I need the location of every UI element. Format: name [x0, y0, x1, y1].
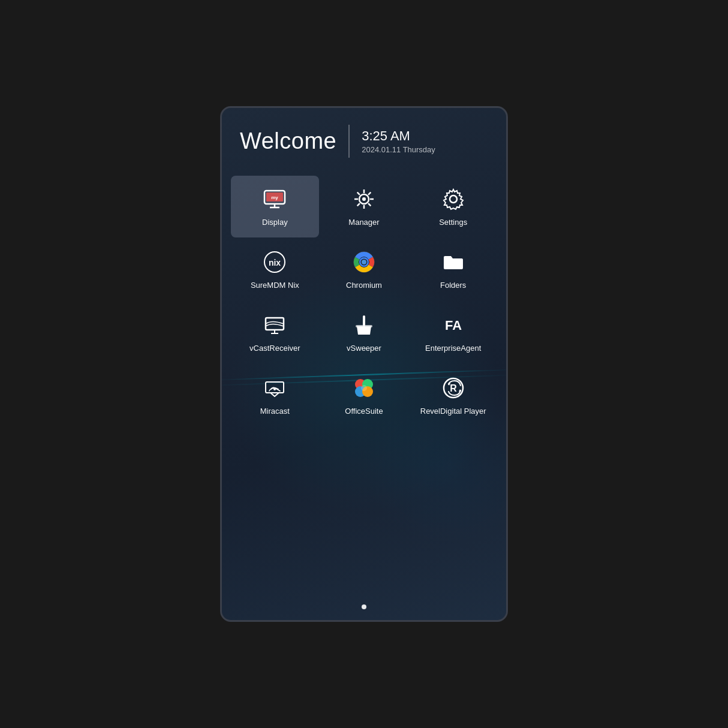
vcast-label: vCastReceiver [249, 344, 300, 354]
office-icon [350, 374, 378, 402]
svg-point-34 [361, 385, 367, 391]
app-item-manager[interactable]: Manager [320, 176, 408, 237]
suremdm-label: SureMDM Nix [251, 281, 299, 291]
header-divider [348, 125, 350, 158]
chromium-label: Chromium [346, 281, 382, 291]
app-item-display[interactable]: my Display [231, 176, 319, 237]
svg-text:my: my [272, 195, 279, 200]
display-label: Display [262, 218, 288, 228]
svg-text:FA: FA [445, 318, 462, 333]
vcast-icon [261, 311, 288, 339]
datetime: 3:25 AM 2024.01.11 Thursday [362, 128, 435, 154]
header: Welcome 3:25 AM 2024.01.11 Thursday [222, 108, 506, 170]
app-item-revel[interactable]: R RevelDigital Player [409, 365, 497, 426]
vsweeper-icon [350, 311, 378, 339]
svg-line-12 [368, 203, 371, 206]
screen: Welcome 3:25 AM 2024.01.11 Thursday my [222, 108, 506, 620]
settings-label: Settings [439, 218, 467, 228]
svg-line-14 [357, 203, 360, 206]
app-item-folders[interactable]: Folders [409, 239, 497, 300]
app-item-suremdm[interactable]: nix SureMDM Nix [231, 239, 319, 300]
app-grid: my Display [222, 170, 506, 432]
chromium-icon [350, 248, 378, 276]
svg-rect-26 [356, 325, 372, 327]
vsweeper-label: vSweeper [347, 344, 381, 354]
miracast-label: Miracast [260, 407, 290, 417]
display-icon: my [261, 185, 288, 213]
svg-text:nix: nix [269, 258, 281, 267]
time-display: 3:25 AM [362, 128, 435, 144]
device-frame: Welcome 3:25 AM 2024.01.11 Thursday my [220, 106, 508, 622]
app-item-vsweeper[interactable]: vSweeper [320, 302, 408, 363]
app-item-miracast[interactable]: Miracast [231, 365, 319, 426]
folders-label: Folders [440, 281, 466, 291]
manager-icon [350, 185, 378, 213]
svg-rect-25 [363, 315, 365, 326]
svg-point-29 [273, 388, 276, 390]
settings-icon [440, 185, 467, 213]
miracast-icon [261, 374, 288, 402]
date-display: 2024.01.11 Thursday [362, 145, 435, 154]
enterprise-label: EnterpriseAgent [425, 344, 481, 354]
folders-icon [440, 248, 467, 276]
svg-point-21 [362, 260, 366, 264]
app-item-chromium[interactable]: Chromium [320, 239, 408, 300]
manager-label: Manager [348, 218, 379, 228]
welcome-text: Welcome [240, 128, 336, 154]
app-item-vcast[interactable]: vCastReceiver [231, 302, 319, 363]
page-dot-1 [362, 604, 366, 609]
enterprise-icon: FA [440, 311, 467, 339]
app-item-enterprise[interactable]: FA EnterpriseAgent [409, 302, 497, 363]
svg-point-15 [450, 195, 457, 203]
svg-line-13 [368, 192, 371, 195]
page-indicator [362, 604, 366, 609]
svg-point-6 [362, 197, 366, 201]
suremdm-icon: nix [261, 248, 288, 276]
svg-line-11 [357, 192, 360, 195]
app-item-officesuite[interactable]: OfficeSuite [320, 365, 408, 426]
app-item-settings[interactable]: Settings [409, 176, 497, 237]
svg-text:R: R [450, 383, 457, 393]
revel-icon: R [440, 374, 467, 402]
officesuite-label: OfficeSuite [345, 407, 383, 417]
revel-label: RevelDigital Player [420, 407, 486, 417]
